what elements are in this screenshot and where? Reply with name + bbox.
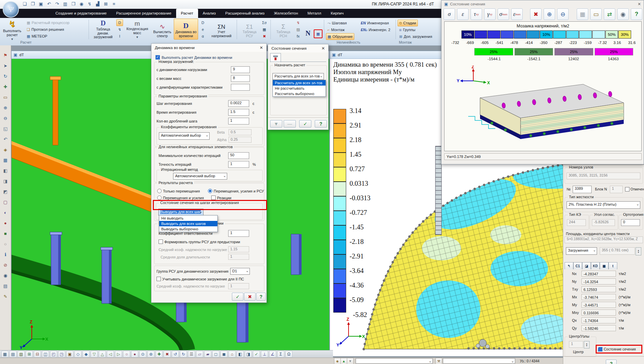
para-fill-icon[interactable]: ▰ — [204, 351, 211, 358]
epsilon-max-button[interactable]: εmax — [511, 8, 523, 20]
orthotropy-field[interactable]: 0 — [621, 219, 640, 226]
diamond-icon[interactable]: ◇ — [74, 351, 81, 358]
angle-icon[interactable]: ∠ — [269, 351, 276, 358]
ok-button[interactable]: ✓ — [232, 293, 243, 301]
tab-layers[interactable]: ◪ — [582, 262, 591, 269]
center-count-field[interactable]: 1 — [569, 341, 583, 348]
engineering-nonlinearity2-button[interactable]: EN₂Инженерн. 2 — [359, 26, 392, 33]
force-value[interactable]: -3.44571 — [581, 302, 616, 308]
reliability-field[interactable]: 1.15 — [228, 246, 249, 252]
reactions-checkbox[interactable] — [211, 196, 216, 200]
tab-advanced-edit[interactable]: Расширенное редактирование — [112, 9, 176, 18]
sigma-s-icon[interactable]: Σσ — [261, 19, 268, 26]
tab-c1[interactable]: C1 — [573, 262, 582, 269]
stiffness-select[interactable]: 2%. Пластина Н 22 (Плиты)⌄ — [567, 201, 640, 209]
pan-icon[interactable]: ✚ — [2, 83, 9, 90]
front-view-icon[interactable]: ◨ — [2, 177, 9, 185]
ruler-button[interactable]: ▭ — [590, 8, 602, 20]
iter-method-select[interactable]: Автоматический выбор⌄ — [173, 173, 227, 180]
loadcase-value-field[interactable]: 355 ( 0.781 сек) — [600, 247, 635, 255]
fragment-icon[interactable]: ▢ — [2, 198, 9, 206]
undo-icon[interactable]: ↺ — [172, 351, 179, 358]
mass-condensation-button[interactable]: m Конденсация масс▾ — [124, 19, 150, 40]
close-icon[interactable]: ✕ — [321, 46, 325, 51]
sq-fill-icon[interactable]: ◼ — [220, 351, 228, 358]
mark-up-icon[interactable]: ▲ — [340, 358, 347, 364]
plus-icon[interactable]: ✚ — [156, 351, 163, 358]
dot-icon[interactable]: ● — [131, 351, 138, 358]
fractions-field[interactable]: 1 — [228, 118, 249, 124]
select-icon[interactable]: ➤ — [2, 62, 9, 69]
dynamics-in-time-button[interactable]: D Динамика во времени — [174, 19, 198, 40]
fit-view-icon[interactable]: ◱ — [2, 125, 9, 132]
section-state-ribbon-icon[interactable]: ▦ — [314, 29, 323, 38]
list-option[interactable]: Рассчитать выборочно — [273, 91, 326, 96]
prev-view-icon[interactable]: ↶ — [2, 135, 9, 143]
corner2-icon[interactable]: ◳ — [58, 351, 65, 358]
rotate-icon[interactable]: ↻ — [2, 72, 9, 80]
tab-kd[interactable]: KD — [591, 262, 600, 269]
zoom-window-icon[interactable]: ▭ — [2, 93, 9, 101]
dynamic-loads-table-button[interactable]: D Таблица динам. загружений — [91, 19, 116, 40]
mass-field[interactable]: 8 — [231, 75, 250, 82]
tab-calculation[interactable]: Расчет — [176, 9, 198, 18]
tri-right-icon[interactable]: ▷ — [115, 351, 122, 358]
snapshot-icon[interactable]: ◉ — [78, 1, 85, 7]
cancel-button[interactable]: ✖ — [244, 293, 256, 301]
props-help-button[interactable]: ? — [606, 360, 617, 364]
compute-spectrum-button[interactable]: ∿ Вычислить спектр — [151, 19, 173, 40]
reliability2-field[interactable]: 1 — [228, 283, 249, 289]
tool-combo[interactable]: ⌄ — [443, 358, 515, 364]
force-value[interactable]: -4.28347 — [581, 271, 616, 277]
slash-icon[interactable]: ⊘ — [2, 261, 9, 269]
coeffs-select[interactable]: Автоматический выбор⌄ — [159, 132, 210, 140]
alpha-field[interactable]: 0.25 — [229, 137, 252, 143]
stress-accounting-button[interactable]: ΣN Учет напряжений — [210, 19, 233, 40]
help-button[interactable]: ? — [256, 293, 266, 301]
book-icon[interactable]: ❒ — [70, 1, 76, 7]
selection-combo[interactable]: ⌄ — [356, 358, 433, 364]
tab-metal[interactable]: Металл — [303, 9, 326, 18]
section-state-checkbox[interactable] — [598, 347, 602, 351]
accuracy-field[interactable]: 1 — [228, 161, 249, 168]
lock-icon[interactable]: ⊠ — [103, 1, 109, 7]
tau-xy-button[interactable]: τxy — [471, 8, 482, 20]
info-icon[interactable]: ℹ — [2, 251, 9, 258]
new-file-icon[interactable]: ❏ — [22, 1, 28, 7]
list-option[interactable]: Выводить выборочно — [159, 226, 217, 232]
panel-titlebar[interactable]: ▣ Состояние сечения ✕ — [442, 0, 644, 8]
unmark-icon[interactable]: ○ — [2, 240, 9, 248]
mark-icon[interactable]: ✓ — [253, 351, 260, 358]
rsu-delete-icon[interactable]: ✖ — [261, 33, 268, 40]
para-icon[interactable]: ▱ — [196, 351, 203, 358]
sigma-max-button[interactable]: σmax — [498, 8, 509, 20]
force-value[interactable]: -1.58246 — [581, 325, 616, 331]
zoom-out-icon[interactable]: ⊖ — [2, 114, 9, 122]
step-method-button[interactable]: ⤳Шаговая — [326, 20, 349, 26]
tab-undo[interactable]: ↰ — [565, 262, 573, 269]
min-iter-field[interactable]: 50 — [228, 152, 249, 159]
displacements-rsu-radio[interactable] — [208, 189, 212, 193]
section-tab[interactable] — [270, 53, 281, 62]
remove-button[interactable]: — — [284, 120, 296, 128]
menu-icon[interactable]: ☰ — [188, 351, 195, 358]
rsu-grid-icon[interactable]: ▦ — [261, 26, 268, 33]
calc-processor-button[interactable]: ▦Расчетный процессор — [25, 19, 71, 26]
help-button[interactable]: ? — [315, 120, 327, 128]
zoom-in-icon[interactable]: ⊕ — [2, 104, 9, 111]
tab-brick[interactable]: Кирпич — [326, 9, 348, 18]
run-dynamics-checkbox[interactable] — [156, 55, 160, 60]
angle-field[interactable]: -5.82626 — [592, 219, 615, 226]
mount-button[interactable]: ⌐Монтаж — [326, 26, 346, 33]
force-value[interactable]: -1.74364 — [581, 317, 616, 323]
edit-icon[interactable]: ✎ — [2, 293, 9, 300]
filter-button[interactable]: ▼ — [270, 120, 282, 128]
iso-view-icon[interactable]: ◈ — [2, 146, 9, 153]
center-spinner[interactable]: ▲▼ — [584, 341, 590, 348]
responsibility-field[interactable]: 1 — [228, 230, 249, 237]
assign-calc-select[interactable]: Рассчитать для всех эл-тов⌄ — [272, 73, 324, 80]
omega-icon[interactable]: Ω — [285, 351, 292, 358]
area-field[interactable]: S=0.188001м2, Xc=32.5628м, Yc=12.5305м, … — [565, 236, 643, 243]
groups-button[interactable]: ⧈Группы — [398, 26, 417, 33]
rsu-group-select[interactable]: D1⌄ — [230, 268, 250, 275]
